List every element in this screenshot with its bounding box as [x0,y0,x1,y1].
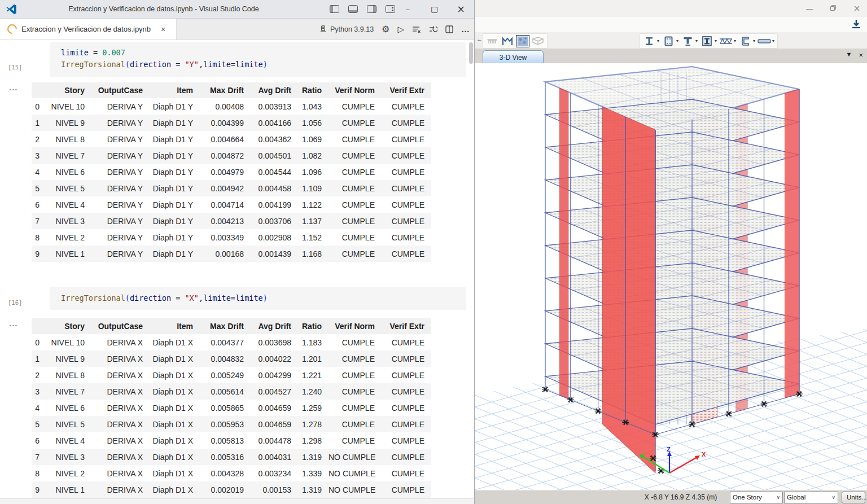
dataframe-table-2: StoryOutputCaseItemMax DriftAvg DriftRat… [32,318,431,498]
customize-layout-icon[interactable] [386,5,395,13]
dataframe-table-1: StoryOutputCaseItemMax DriftAvg DriftRat… [32,82,431,262]
ramp-view-icon[interactable] [531,35,545,47]
notebook-bottom-bar [0,498,474,504]
output-collapse-2[interactable]: ... [9,321,18,326]
column-header: Avg Drift [251,318,298,334]
table-row: 6NIVEL 4DERIVA XDiaph D1 X0.0058130.0044… [32,432,431,449]
table-row: 1NIVEL 9DERIVA YDiaph D1 Y0.0043990.0041… [32,115,431,131]
deck-section-icon[interactable] [485,35,499,47]
table-row: 2NIVEL 8DERIVA YDiaph D1 Y0.0046640.0043… [32,131,431,147]
table-row: 3NIVEL 7DERIVA XDiaph D1 X0.0056140.0045… [32,383,431,400]
view-tabstrip: 3-D View ▼ × [475,49,867,64]
notebook-file-icon [5,22,19,36]
story-select-chevron-icon: ∨ [776,492,780,503]
viewer-subbar [475,17,867,33]
tab-close-icon[interactable]: × [157,25,169,34]
units-button[interactable]: Units... [842,492,865,503]
screenshot-root: Extraccion y Verificacion de datos.ipynb… [0,0,867,504]
run-all-icon[interactable]: ▷ [397,24,404,34]
table-row: 3NIVEL 7DERIVA YDiaph D1 Y0.0048720.0045… [32,147,431,164]
vscode-titlebar: Extraccion y Verificacion de datos.ipynb… [0,0,474,19]
restart-kernel-icon[interactable] [429,25,437,33]
execution-count-1: [15] [8,64,22,71]
channel-section-icon[interactable] [738,35,752,47]
viewer-close-icon[interactable]: × [852,3,862,14]
maximize-button[interactable]: ▢ [421,0,448,18]
table-row: 9NIVEL 1DERIVA YDiaph D1 Y0.001680.00143… [32,246,431,262]
kernel-label: Python 3.9.13 [330,25,374,33]
tab-3d-view[interactable]: 3-D View [483,50,544,64]
story-select[interactable]: One Story∨ [730,492,783,503]
download-icon[interactable] [850,19,862,30]
column-header: Verif Norm [329,318,382,334]
toggle-secondary-sidebar-icon[interactable] [367,5,376,13]
channel-dropdown-icon[interactable]: ▾ [753,38,755,43]
table-row: 6NIVEL 4DERIVA YDiaph D1 Y0.0047140.0041… [32,196,431,213]
output-collapse-1[interactable]: ... [9,85,18,90]
settings-gear-icon[interactable]: ⚙ [382,24,389,34]
notebook-scrollbar[interactable] [469,42,473,64]
view-3d-textured-icon[interactable] [516,35,529,47]
table-row: 7NIVEL 3DERIVA XDiaph D1 X0.0053160.0040… [32,449,431,465]
boxed-i-section-icon[interactable] [700,35,713,47]
table-row: 7NIVEL 3DERIVA YDiaph D1 Y0.0042130.0037… [32,213,431,229]
code-line: IrregTorsional(direction = "X",limite=li… [50,292,466,304]
tab-notebook[interactable]: Extraccion y Verificacion de datos.ipynb… [0,19,177,40]
rect-section-dropdown-icon[interactable]: ▾ [676,38,678,43]
notebook-editor: limite = 0.007IrregTorsional(direction =… [0,40,474,504]
viewer-minimize-icon[interactable]: — [804,5,815,13]
minimize-button[interactable]: – [395,0,421,18]
split-editor-icon[interactable] [445,25,453,33]
viewer-window: — × ← [474,0,867,504]
3d-viewport[interactable]: Z X [475,63,867,490]
table-row: 0NIVEL 10DERIVA YDiaph D1 Y0.004080.0039… [32,98,431,115]
i-section-dropdown-icon[interactable]: ▾ [657,38,659,43]
viewer-titlebar: — × [475,0,867,17]
code-line: limite = 0.007 [50,47,466,59]
table-row: 2NIVEL 8DERIVA XDiaph D1 X0.0052490.0042… [32,367,431,383]
editor-tabstrip: Extraccion y Verificacion de datos.ipynb… [0,19,474,40]
clear-outputs-icon[interactable] [412,25,421,33]
tee-section-icon[interactable] [681,35,694,47]
window-title: Extraccion y Verificacion de datos.ipynb… [0,0,327,18]
truss-section-icon[interactable] [719,35,733,47]
tee-section-dropdown-icon[interactable]: ▾ [695,38,698,43]
view-tab-dropdown-icon[interactable]: ▼ [846,51,852,59]
viewer-statusbar: X -6.8 Y 16.9 Z 4.35 (m) One Story∨ Glob… [475,490,867,504]
table-row: 8NIVEL 2DERIVA XDiaph D1 X0.0043280.0032… [32,465,431,481]
view-tab-close-icon[interactable]: × [859,51,863,59]
column-header: Max Drift [200,82,251,98]
more-actions-icon[interactable]: … [461,24,470,34]
column-header: Story [46,82,91,98]
table-row: 1NIVEL 9DERIVA XDiaph D1 X0.0048320.0040… [32,350,431,367]
table-row: 5NIVEL 5DERIVA XDiaph D1 X0.0059530.0046… [32,416,431,432]
frame-elevation-icon[interactable] [501,35,514,47]
tab-label: Extraccion y Verificacion de datos.ipynb [21,25,151,33]
toggle-panel-icon[interactable] [348,5,358,13]
bar-section-icon[interactable] [757,35,771,47]
bar-dropdown-icon[interactable]: ▾ [772,38,774,43]
kernel-icon [319,25,327,33]
toggle-sidebar-icon[interactable] [330,5,339,13]
table-row: 4NIVEL 6DERIVA XDiaph D1 X0.0058650.0046… [32,400,431,416]
i-section-icon[interactable] [642,35,656,47]
code-cell-1[interactable]: limite = 0.007IrregTorsional(direction =… [50,42,466,77]
kernel-picker[interactable]: Python 3.9.13 [319,25,374,33]
code-cell-2[interactable]: IrregTorsional(direction = "X",limite=li… [50,287,466,310]
column-header: Verif Extr [382,318,431,334]
column-header [32,82,46,98]
floor-slabs [545,67,799,424]
execution-count-2: [16] [8,299,22,306]
column-header: Max Drift [200,318,251,334]
truss-dropdown-icon[interactable]: ▾ [734,38,736,43]
vscode-window: Extraccion y Verificacion de datos.ipynb… [0,0,474,504]
viewer-restore-icon[interactable] [828,5,838,13]
close-button[interactable]: × [448,0,474,18]
table-row: 8NIVEL 2DERIVA YDiaph D1 Y0.0033490.0029… [32,229,431,246]
table-row: 9NIVEL 1DERIVA XDiaph D1 X0.0020190.0015… [32,481,431,498]
boxed-i-dropdown-icon[interactable]: ▾ [715,38,717,43]
column-header: Item [150,82,200,98]
reference-select[interactable]: Global∨ [784,492,838,503]
toolbar-overflow-arrow-icon[interactable]: ← [476,36,483,42]
rect-section-icon[interactable] [662,35,675,47]
